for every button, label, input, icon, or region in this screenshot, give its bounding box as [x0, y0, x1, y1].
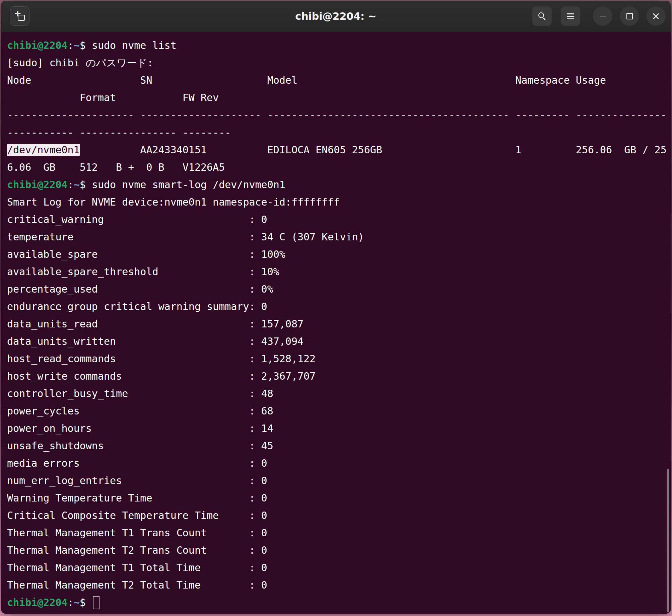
minimize-button[interactable]	[593, 6, 612, 26]
new-tab-button[interactable]	[10, 6, 29, 26]
terminal-text: AA243340151 EDILOCA EN605 256GB 1 256.06…	[80, 144, 667, 156]
terminal-line: data_units_written : 437,094	[7, 333, 671, 350]
terminal-line: Warning Temperature Time : 0	[7, 489, 671, 507]
titlebar[interactable]: chibi@2204: ~	[1, 1, 671, 32]
terminal-text: 6.06 GB 512 B + 0 B V1226A5	[7, 161, 225, 173]
terminal-line: Critical Composite Temperature Time : 0	[7, 507, 671, 524]
prompt-colon: :	[68, 179, 74, 190]
maximize-icon	[626, 13, 633, 19]
prompt-colon: :	[68, 40, 74, 51]
smart-log-row: unsafe_shutdowns : 45	[7, 440, 273, 452]
terminal-line: Smart Log for NVME device:nvme0n1 namesp…	[7, 194, 671, 211]
terminal-line: Format FW Rev	[7, 89, 671, 106]
terminal-line: power_on_hours : 14	[7, 420, 671, 437]
new-tab-icon	[15, 12, 25, 21]
terminal-line: /dev/nvme0n1 AA243340151 EDILOCA EN605 2…	[7, 141, 671, 159]
close-button[interactable]	[646, 6, 666, 26]
smart-log-row: controller_busy_time : 48	[7, 388, 273, 399]
prompt-path: ~	[74, 40, 80, 51]
smart-log-row: Thermal Management T1 Total Time : 0	[7, 562, 267, 573]
terminal-cursor	[93, 596, 99, 609]
terminal-text: Smart Log for NVME device:nvme0n1 namesp…	[7, 196, 340, 208]
terminal-line: Node SN Model Namespace Usage	[7, 72, 671, 89]
smart-log-row: percentage_used : 0%	[7, 283, 273, 295]
menu-button[interactable]	[561, 6, 580, 26]
prompt-path: ~	[74, 597, 80, 608]
terminal-line: chibi@2204:~$ sudo nvme list	[7, 37, 671, 54]
smart-log-row: host_write_commands : 2,367,707	[7, 370, 316, 382]
terminal-line: 6.06 GB 512 B + 0 B V1226A5	[7, 159, 671, 176]
search-button[interactable]	[532, 6, 552, 26]
smart-log-row: power_on_hours : 14	[7, 422, 273, 434]
prompt-path: ~	[74, 179, 80, 190]
smart-log-row: host_read_commands : 1,528,122	[7, 353, 316, 365]
highlighted-device-path: /dev/nvme0n1	[7, 144, 80, 156]
terminal-line: Thermal Management T2 Total Time : 0	[7, 576, 671, 594]
command-text: sudo nvme list	[92, 40, 177, 51]
prompt-user-host: chibi@2204	[7, 40, 68, 51]
terminal-line: unsafe_shutdowns : 45	[7, 437, 671, 455]
smart-log-row: Thermal Management T1 Trans Count : 0	[7, 527, 267, 539]
terminal-line: controller_busy_time : 48	[7, 385, 671, 402]
prompt-colon: :	[68, 597, 74, 608]
terminal-line: media_errors : 0	[7, 455, 671, 472]
prompt-user-host: chibi@2204	[7, 597, 68, 608]
terminal-line: critical_warning : 0	[7, 211, 671, 228]
terminal-line: data_units_read : 157,087	[7, 315, 671, 333]
scrollbar-thumb[interactable]	[667, 469, 669, 612]
terminal-text: --------------------- ------------------…	[7, 109, 667, 121]
terminal-line: endurance group critical warning summary…	[7, 298, 671, 315]
minimize-icon	[600, 16, 606, 17]
close-icon	[652, 12, 660, 20]
prompt-symbol: $	[80, 40, 92, 51]
smart-log-row: Warning Temperature Time : 0	[7, 492, 267, 504]
terminal-line: --------------------- ------------------…	[7, 106, 671, 124]
terminal-line: num_err_log_entries : 0	[7, 472, 671, 489]
terminal-line: host_write_commands : 2,367,707	[7, 368, 671, 385]
terminal-line: power_cycles : 68	[7, 402, 671, 420]
terminal-text: [sudo] chibi のパスワード:	[7, 57, 153, 69]
smart-log-row: temperature : 34 C (307 Kelvin)	[7, 231, 364, 243]
smart-log-row: power_cycles : 68	[7, 405, 273, 417]
terminal-line: available_spare_threshold : 10%	[7, 263, 671, 281]
terminal-line: percentage_used : 0%	[7, 281, 671, 298]
terminal-line: temperature : 34 C (307 Kelvin)	[7, 228, 671, 246]
terminal-line: host_read_commands : 1,528,122	[7, 350, 671, 368]
terminal-text: ----------- ---------------- --------	[7, 127, 231, 138]
maximize-button[interactable]	[620, 6, 639, 26]
search-icon	[538, 12, 546, 20]
menu-icon	[567, 13, 574, 19]
terminal-area[interactable]: chibi@2204:~$ sudo nvme list[sudo] chibi…	[1, 32, 671, 614]
smart-log-row: Critical Composite Temperature Time : 0	[7, 510, 267, 521]
desktop-background: chibi@2204: ~ chibi@2204	[0, 0, 672, 616]
terminal-line: Thermal Management T1 Trans Count : 0	[7, 524, 671, 542]
smart-log-row: media_errors : 0	[7, 457, 267, 469]
prompt-user-host: chibi@2204	[7, 179, 68, 190]
titlebar-right-controls	[532, 6, 666, 26]
terminal-line: chibi@2204:~$	[7, 594, 671, 611]
prompt-symbol: $	[80, 179, 92, 190]
terminal-line: Thermal Management T1 Total Time : 0	[7, 559, 671, 576]
prompt-symbol: $	[80, 597, 92, 608]
smart-log-row: data_units_written : 437,094	[7, 335, 304, 347]
smart-log-row: data_units_read : 157,087	[7, 318, 304, 330]
smart-log-row: Thermal Management T2 Total Time : 0	[7, 579, 267, 591]
terminal-line: ----------- ---------------- --------	[7, 124, 671, 141]
smart-log-row: endurance group critical warning summary…	[7, 301, 267, 312]
smart-log-row: available_spare_threshold : 10%	[7, 266, 279, 278]
smart-log-row: Thermal Management T2 Trans Count : 0	[7, 544, 267, 556]
terminal-line: chibi@2204:~$ sudo nvme smart-log /dev/n…	[7, 176, 671, 194]
terminal-text: Node SN Model Namespace Usage	[7, 74, 606, 86]
smart-log-row: num_err_log_entries : 0	[7, 475, 267, 486]
terminal-line: Thermal Management T2 Trans Count : 0	[7, 542, 671, 559]
terminal-line: available_spare : 100%	[7, 246, 671, 263]
smart-log-row: critical_warning : 0	[7, 214, 267, 225]
terminal-text: Format FW Rev	[7, 92, 219, 103]
smart-log-row: available_spare : 100%	[7, 248, 285, 260]
command-text: sudo nvme smart-log /dev/nvme0n1	[92, 179, 285, 190]
terminal-window: chibi@2204: ~ chibi@2204	[1, 1, 671, 614]
terminal-line: [sudo] chibi のパスワード:	[7, 54, 671, 72]
terminal-body: chibi@2204:~$ sudo nvme list[sudo] chibi…	[1, 32, 671, 611]
